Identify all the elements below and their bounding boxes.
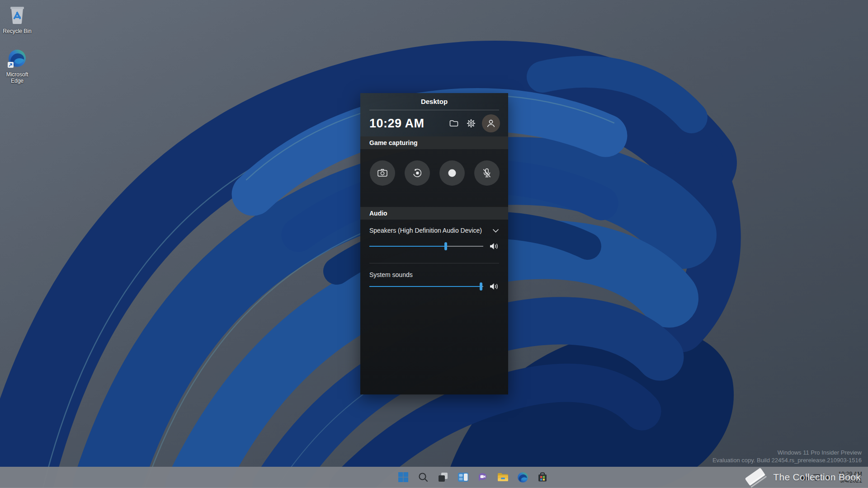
onedrive-tray-button[interactable] <box>800 474 809 480</box>
capture-buttons-row <box>360 149 508 201</box>
taskbar-center-icons <box>394 468 552 486</box>
section-header-audio: Audio <box>360 207 508 220</box>
profile-button[interactable] <box>482 114 500 132</box>
audio-device-selector[interactable]: Speakers (High Definition Audio Device) <box>369 227 499 234</box>
desktop-icon-label: Recycle Bin <box>0 28 34 34</box>
panel-title: Desktop <box>360 93 508 110</box>
audio-device-name: Speakers (High Definition Audio Device) <box>369 227 492 234</box>
system-sounds-thumb[interactable] <box>480 282 482 291</box>
start-recording-button[interactable] <box>439 160 465 186</box>
speakers-volume-thumb[interactable] <box>444 242 447 250</box>
display-icon <box>813 474 821 481</box>
volume-icon <box>825 474 833 481</box>
watermark-line1: Windows 11 Pro Insider Preview <box>712 449 862 456</box>
camera-icon <box>377 168 388 178</box>
section-header-game-capturing: Game capturing <box>360 136 508 149</box>
desktop-icon-recycle-bin[interactable]: Recycle Bin <box>0 5 34 34</box>
shortcut-arrow-icon <box>8 62 14 68</box>
chat-icon <box>477 472 488 483</box>
taskbar-system-tray: 10:29 AM 9/4/2021 <box>800 467 868 488</box>
edge-icon <box>8 49 27 68</box>
taskbar: 10:29 AM 9/4/2021 <box>0 467 868 488</box>
mic-off-icon <box>481 168 492 178</box>
taskbar-file-explorer-button[interactable] <box>494 468 512 486</box>
system-sounds-slider[interactable] <box>369 282 483 291</box>
store-icon <box>537 472 548 483</box>
start-icon <box>398 472 409 483</box>
speaker-volume-icon <box>489 282 499 291</box>
slider-fill <box>369 286 481 287</box>
taskbar-task-view-button[interactable] <box>434 468 452 486</box>
game-bar-clock: 10:29 AM <box>369 117 444 131</box>
widgets-icon <box>458 472 469 482</box>
record-last-30s-button[interactable] <box>405 160 430 186</box>
folder-icon <box>449 119 458 127</box>
game-bar-panel: Desktop 10:29 AM <box>360 93 508 394</box>
evaluation-watermark: Windows 11 Pro Insider Preview Evaluatio… <box>712 449 862 464</box>
slider-track <box>369 286 483 287</box>
file-explorer-icon <box>497 472 509 482</box>
speaker-volume-icon <box>489 242 499 250</box>
gear-icon <box>467 119 476 128</box>
clock-date: 9/4/2021 <box>838 478 862 484</box>
speakers-volume-slider[interactable] <box>369 242 483 250</box>
clock-time: 10:29 AM <box>838 471 862 478</box>
slider-fill <box>369 246 446 247</box>
settings-button[interactable] <box>464 116 478 131</box>
microphone-muted-button[interactable] <box>474 160 500 186</box>
record-history-icon <box>412 168 423 178</box>
task-view-icon <box>438 472 448 483</box>
taskbar-store-button[interactable] <box>533 468 552 486</box>
volume-tray-button[interactable] <box>825 474 833 481</box>
person-icon <box>486 118 496 128</box>
watermark-line2: Evaluation copy. Build 22454.rs_prerelea… <box>712 456 862 464</box>
taskbar-clock[interactable]: 10:29 AM 9/4/2021 <box>838 471 862 484</box>
taskbar-chat-button[interactable] <box>474 468 492 486</box>
hardware-tray-button[interactable] <box>813 474 821 481</box>
taskbar-widgets-button[interactable] <box>454 468 472 486</box>
record-dot-icon <box>447 168 458 178</box>
search-icon <box>418 472 429 483</box>
screenshot-button[interactable] <box>370 160 395 186</box>
game-bar-header: Desktop 10:29 AM <box>360 93 508 136</box>
cloud-icon <box>800 474 809 480</box>
taskbar-start-button[interactable] <box>394 468 412 486</box>
divider <box>369 263 499 263</box>
slider-track <box>369 246 483 247</box>
desktop-icon-label: Microsoft Edge <box>1 71 33 84</box>
capture-folder-button[interactable] <box>447 116 461 131</box>
desktop-icon-microsoft-edge[interactable]: Microsoft Edge <box>0 49 34 84</box>
edge-icon <box>517 472 528 483</box>
taskbar-search-button[interactable] <box>414 468 432 486</box>
chevron-down-icon <box>492 229 499 233</box>
taskbar-edge-button[interactable] <box>514 468 532 486</box>
system-sounds-label: System sounds <box>369 271 499 278</box>
recycle-bin-icon <box>8 5 27 24</box>
